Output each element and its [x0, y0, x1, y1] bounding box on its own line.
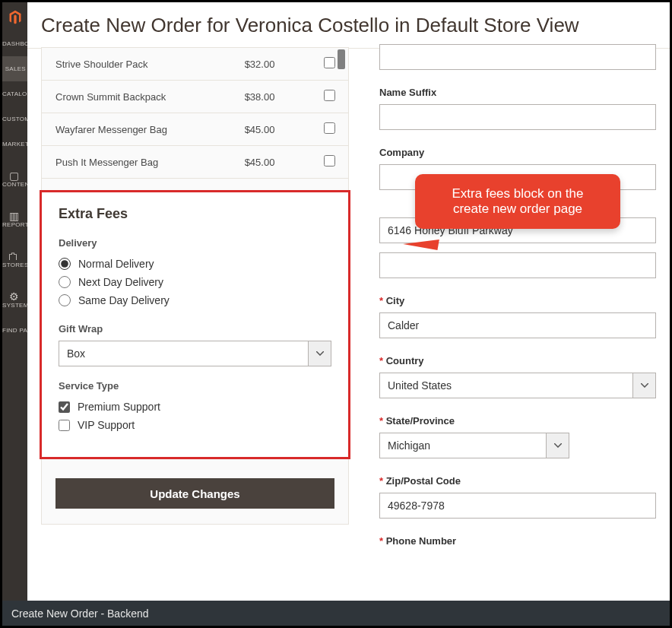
service-vip-support[interactable]: VIP Support	[59, 416, 331, 434]
city-field[interactable]	[379, 312, 656, 338]
service-premium-support[interactable]: Premium Support	[59, 398, 331, 416]
delivery-radio[interactable]	[59, 276, 71, 288]
scrollbar-thumb[interactable]	[338, 49, 345, 69]
service-type-label: Service Type	[59, 380, 331, 392]
delivery-radio[interactable]	[59, 258, 71, 270]
sidebar-item-system[interactable]: ⚙SYSTEM	[2, 278, 27, 318]
delivery-radio[interactable]	[59, 294, 71, 306]
zip-label: Zip/Postal Code	[379, 475, 656, 487]
content-area: Strive Shoulder Pack $32.00 Crown Summit…	[27, 48, 670, 601]
delivery-option-next-day[interactable]: Next Day Delivery	[59, 273, 331, 291]
table-row: Crown Summit Backpack $38.00	[42, 81, 348, 113]
page-header: Create New Order for Veronica Costello i…	[27, 2, 670, 48]
sidebar-item-sales[interactable]: SALES	[2, 56, 27, 81]
delivery-option-same-day[interactable]: Same Day Delivery	[59, 291, 331, 309]
product-name: Push It Messenger Bag	[42, 146, 239, 179]
state-select[interactable]: Michigan	[379, 433, 569, 458]
product-price: $32.00	[239, 48, 312, 81]
table-row: Strive Shoulder Pack $32.00	[42, 48, 348, 81]
sidebar-item-catalog[interactable]: CATALOG	[2, 81, 27, 106]
service-checkbox[interactable]	[59, 401, 70, 413]
table-row: Push It Messenger Bag $45.00	[42, 146, 348, 179]
zip-field[interactable]	[379, 493, 656, 519]
admin-sidebar: DASHBOARD SALES CATALOG CUSTOMERS MARKET…	[2, 2, 27, 601]
product-name: Wayfarer Messenger Bag	[42, 113, 239, 146]
product-select-checkbox[interactable]	[324, 122, 335, 134]
product-price: $45.00	[239, 113, 312, 146]
content-icon: ▢	[2, 170, 26, 181]
state-label: State/Province	[379, 415, 656, 427]
product-table: Strive Shoulder Pack $32.00 Crown Summit…	[42, 48, 348, 179]
delivery-label: Delivery	[59, 237, 331, 249]
product-name: Strive Shoulder Pack	[42, 48, 239, 81]
name-suffix-label: Name Suffix	[379, 87, 656, 98]
service-type-group: Service Type Premium Support VIP Support	[59, 380, 331, 434]
system-icon: ⚙	[2, 291, 26, 302]
magento-logo-icon	[8, 10, 23, 25]
sidebar-item-stores[interactable]: ⛫STORES	[2, 237, 27, 278]
product-select-checkbox[interactable]	[324, 90, 335, 101]
sidebar-item-content[interactable]: ▢CONTENT	[2, 157, 27, 197]
billing-address-form: Name Suffix Company City Country United …	[379, 49, 656, 601]
page-title: Create New Order for Veronica Costello i…	[41, 14, 579, 37]
table-row: Wayfarer Messenger Bag $45.00	[42, 113, 348, 146]
sidebar-item-reports[interactable]: ▥REPORTS	[2, 197, 27, 237]
country-label: Country	[379, 355, 656, 366]
city-label: City	[379, 295, 656, 306]
product-name: Crown Summit Backpack	[42, 81, 239, 113]
prefix-field[interactable]	[379, 44, 656, 70]
product-price: $38.00	[239, 81, 312, 113]
caption-text: Create New Order - Backend	[11, 607, 149, 620]
product-selection-card: Strive Shoulder Pack $32.00 Crown Summit…	[41, 47, 349, 525]
extra-fees-title: Extra Fees	[59, 206, 331, 222]
sidebar-item-dashboard[interactable]: DASHBOARD	[2, 31, 27, 56]
sidebar-item-marketing[interactable]: MARKETING	[2, 132, 27, 157]
product-select-checkbox[interactable]	[324, 155, 335, 167]
name-suffix-field[interactable]	[379, 104, 656, 130]
annotation-callout: Extra fees block on the create new order…	[415, 174, 620, 229]
country-select[interactable]: United States	[379, 373, 656, 398]
stores-icon: ⛫	[2, 251, 26, 262]
sidebar-item-partners[interactable]: FIND PARTNERS & EXTENSIONS	[2, 318, 27, 343]
phone-label: Phone Number	[379, 535, 656, 547]
update-changes-button[interactable]: Update Changes	[55, 478, 334, 509]
gift-wrap-select[interactable]: Box	[59, 341, 331, 366]
product-price: $45.00	[239, 146, 312, 179]
delivery-group: Delivery Normal Delivery Next Day Delive…	[59, 237, 331, 309]
delivery-option-normal[interactable]: Normal Delivery	[59, 255, 331, 273]
sidebar-item-customers[interactable]: CUSTOMERS	[2, 106, 27, 132]
product-select-checkbox[interactable]	[324, 57, 335, 68]
reports-icon: ▥	[2, 211, 26, 221]
gift-wrap-label: Gift Wrap	[59, 323, 331, 335]
company-label: Company	[379, 147, 656, 158]
street-address-2-field[interactable]	[379, 252, 656, 278]
extra-fees-block: Extra Fees Delivery Normal Delivery Next…	[42, 192, 348, 457]
service-checkbox[interactable]	[59, 420, 70, 431]
gift-wrap-group: Gift Wrap Box	[59, 323, 331, 366]
image-caption-bar: Create New Order - Backend	[2, 601, 670, 626]
